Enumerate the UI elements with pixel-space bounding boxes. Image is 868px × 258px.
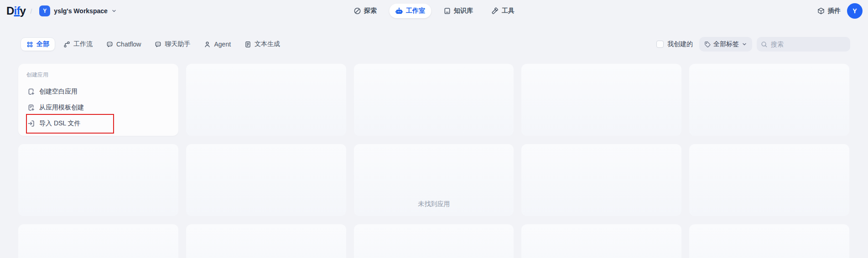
- app-grid: 创建应用 创建空白应用 从应用模板创建 导入 DSL 文件: [18, 64, 849, 258]
- plugins-button[interactable]: 插件: [817, 7, 841, 15]
- nav-explore[interactable]: 探索: [348, 4, 383, 18]
- empty-state-text: 未找到应用: [418, 200, 450, 208]
- hammer-icon: [491, 7, 499, 15]
- agent-icon: [204, 41, 211, 48]
- nav-label: 工具: [502, 7, 515, 15]
- workspace-name: yslg's Workspace: [54, 7, 107, 15]
- app-card-placeholder: [689, 144, 849, 216]
- workspace-selector[interactable]: Y yslg's Workspace: [36, 4, 119, 18]
- app-card-placeholder: [354, 224, 514, 258]
- tab-label: 全部: [36, 40, 49, 48]
- tag-filter-dropdown[interactable]: 全部标签: [699, 37, 752, 52]
- document-icon: [244, 41, 251, 48]
- tab-agent[interactable]: Agent: [198, 37, 236, 51]
- search-input[interactable]: [771, 41, 846, 48]
- search-icon: [761, 41, 768, 48]
- create-app-title: 创建应用: [26, 71, 172, 79]
- tab-chat-assistant[interactable]: 聊天助手: [149, 37, 196, 51]
- tab-all[interactable]: 全部: [21, 37, 55, 51]
- nav-tools[interactable]: 工具: [485, 4, 520, 18]
- plugins-label: 插件: [828, 7, 841, 15]
- app-card-placeholder: [689, 224, 849, 258]
- tag-icon: [704, 41, 711, 47]
- created-by-me-label: 我创建的: [667, 40, 693, 48]
- tab-workflow[interactable]: 工作流: [58, 37, 98, 51]
- app-card-placeholder: [521, 224, 681, 258]
- app-card-placeholder: [186, 224, 346, 258]
- logo-y: y: [20, 5, 26, 17]
- workspace-badge: Y: [39, 5, 50, 16]
- chat-bubble-icon: [155, 41, 161, 48]
- nav-knowledge[interactable]: 知识库: [437, 4, 479, 18]
- tag-filter-label: 全部标签: [713, 40, 739, 48]
- logo-d: D: [6, 5, 14, 17]
- app-card-placeholder: [18, 224, 178, 258]
- tab-text-generation[interactable]: 文本生成: [239, 37, 286, 51]
- app-card-placeholder: [521, 64, 681, 136]
- cube-icon: [817, 7, 825, 15]
- app-card-placeholder: [354, 64, 514, 136]
- book-icon: [443, 7, 451, 15]
- chevron-down-icon: [742, 41, 747, 47]
- search-box[interactable]: [757, 37, 850, 52]
- compass-icon: [353, 7, 361, 15]
- filter-controls: 我创建的 全部标签: [656, 37, 850, 52]
- template-icon: [27, 104, 35, 111]
- top-header: Dify / Y yslg's Workspace 探索 工作室: [0, 0, 868, 22]
- import-dsl-button[interactable]: 导入 DSL 文件: [24, 115, 172, 131]
- create-from-template-button[interactable]: 从应用模板创建: [24, 99, 172, 115]
- breadcrumb-separator: /: [30, 7, 32, 15]
- create-row-label: 从应用模板创建: [39, 103, 84, 112]
- create-app-card: 创建应用 创建空白应用 从应用模板创建 导入 DSL 文件: [18, 64, 178, 136]
- logo-if: if: [14, 5, 20, 17]
- nav-label: 知识库: [454, 7, 473, 15]
- workflow-icon: [63, 41, 70, 48]
- create-row-label: 创建空白应用: [39, 88, 78, 96]
- main-nav: 探索 工作室 知识库 工具: [348, 4, 520, 18]
- import-icon: [27, 120, 35, 127]
- tab-label: 聊天助手: [165, 40, 190, 48]
- app-card-placeholder: [689, 64, 849, 136]
- app-type-tabs: 全部 工作流 Chatflow 聊天助手 Agent 文本生成: [21, 37, 286, 51]
- tab-label: 工作流: [73, 40, 93, 48]
- robot-icon: [395, 7, 403, 15]
- app-card-placeholder: [18, 144, 178, 216]
- tab-chatflow[interactable]: Chatflow: [101, 37, 146, 51]
- create-blank-app-button[interactable]: 创建空白应用: [24, 83, 172, 99]
- created-by-me-filter[interactable]: 我创建的: [656, 40, 693, 48]
- app-card-placeholder: [521, 144, 681, 216]
- grid-dots-icon: [26, 41, 33, 48]
- dify-logo[interactable]: Dify: [6, 5, 26, 17]
- create-row-label: 导入 DSL 文件: [39, 119, 81, 128]
- tab-label: Agent: [214, 41, 231, 48]
- nav-studio[interactable]: 工作室: [389, 4, 431, 18]
- chevron-down-icon: [111, 8, 117, 14]
- file-plus-icon: [27, 88, 35, 95]
- user-avatar[interactable]: Y: [847, 3, 863, 19]
- app-card-placeholder: [186, 144, 346, 216]
- tab-label: Chatflow: [116, 41, 141, 48]
- tab-label: 文本生成: [255, 40, 280, 48]
- created-by-me-checkbox[interactable]: [656, 41, 664, 48]
- app-card-placeholder: [186, 64, 346, 136]
- nav-label: 工作室: [406, 7, 425, 15]
- filter-toolbar: 全部 工作流 Chatflow 聊天助手 Agent 文本生成 我创建的: [21, 37, 850, 52]
- chat-bubble-icon: [106, 41, 113, 48]
- nav-label: 探索: [364, 7, 377, 15]
